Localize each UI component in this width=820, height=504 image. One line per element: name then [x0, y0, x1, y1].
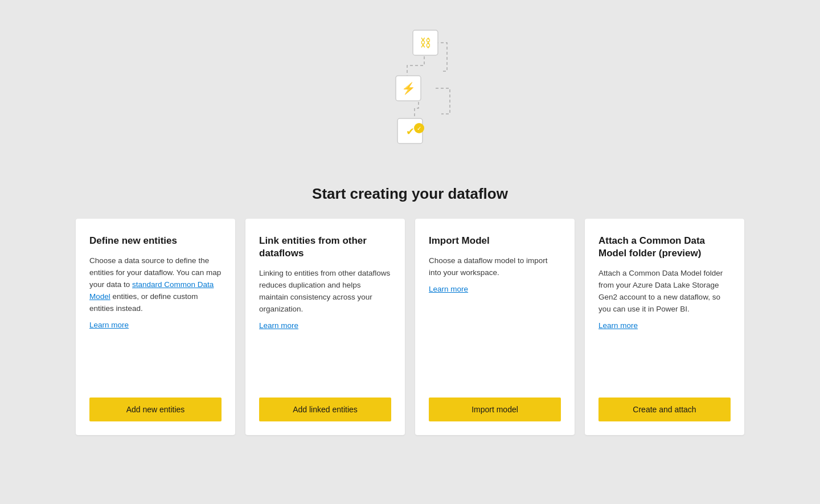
link-entities-card: Link entities from other dataflows Linki…	[245, 219, 405, 435]
card-title-3: Import Model	[429, 235, 561, 247]
dataflow-diagram: ⛓ ⚡ ✔ ✓	[353, 14, 467, 179]
card-content-1: Define new entities Choose a data source…	[89, 235, 222, 386]
diagram-area: ⛓ ⚡ ✔ ✓	[23, 9, 797, 185]
card-title-4: Attach a Common Data Model folder (previ…	[598, 235, 731, 260]
learn-more-link-1[interactable]: Learn more	[89, 321, 222, 329]
card-content-4: Attach a Common Data Model folder (previ…	[598, 235, 731, 386]
learn-more-link-2[interactable]: Learn more	[259, 321, 391, 330]
svg-text:⛓: ⛓	[420, 36, 431, 49]
create-and-attach-button[interactable]: Create and attach	[598, 398, 731, 421]
import-model-card: Import Model Choose a dataflow model to …	[415, 219, 575, 435]
page-wrapper: ⛓ ⚡ ✔ ✓ Start creating your dataflow Def…	[23, 9, 797, 435]
page-title: Start creating your dataflow	[312, 185, 508, 203]
card-title-1: Define new entities	[89, 235, 222, 247]
add-linked-entities-button[interactable]: Add linked entities	[259, 398, 391, 421]
add-new-entities-button[interactable]: Add new entities	[89, 398, 222, 421]
card-content-2: Link entities from other dataflows Linki…	[259, 235, 391, 386]
cards-container: Define new entities Choose a data source…	[23, 219, 797, 435]
card-content-3: Import Model Choose a dataflow model to …	[429, 235, 561, 386]
svg-text:⚡: ⚡	[401, 81, 416, 95]
learn-more-link-3[interactable]: Learn more	[429, 285, 561, 293]
attach-cdm-card: Attach a Common Data Model folder (previ…	[585, 219, 744, 435]
card-description-1: Choose a data source to define the entit…	[89, 255, 222, 315]
import-model-button[interactable]: Import model	[429, 398, 561, 421]
card-description-3: Choose a dataflow model to import into y…	[429, 255, 561, 279]
card-title-2: Link entities from other dataflows	[259, 235, 391, 260]
define-new-entities-card: Define new entities Choose a data source…	[76, 219, 235, 435]
card-description-2: Linking to entities from other dataflows…	[259, 268, 391, 315]
card-description-4: Attach a Common Data Model folder from y…	[598, 268, 731, 315]
svg-text:✔: ✔	[406, 126, 415, 137]
svg-text:✓: ✓	[417, 125, 421, 132]
learn-more-link-4[interactable]: Learn more	[598, 321, 731, 330]
